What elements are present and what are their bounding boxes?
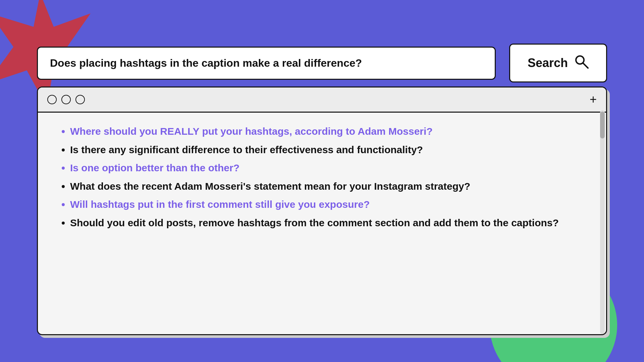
browser-scrollbar-thumb[interactable]: [600, 112, 605, 138]
list-item: Is one option better than the other?: [70, 161, 587, 175]
browser-new-tab-button[interactable]: +: [590, 94, 597, 106]
list-item: Is there any significant difference to t…: [70, 143, 587, 157]
search-input[interactable]: Does placing hashtags in the caption mak…: [37, 47, 496, 80]
search-icon: [574, 54, 589, 72]
list-item: Will hashtags put in the first comment s…: [70, 198, 587, 212]
result-list: Where should you REALLY put your hashtag…: [57, 125, 587, 230]
browser-titlebar: +: [38, 87, 606, 113]
browser-window: + Where should you REALLY put your hasht…: [37, 86, 607, 335]
browser-dot-3: [75, 95, 85, 104]
search-button-label: Search: [528, 56, 568, 70]
browser-scrollbar[interactable]: [600, 110, 605, 334]
browser-dot-1: [47, 95, 57, 104]
browser-dots: [47, 95, 85, 104]
search-button[interactable]: Search: [509, 44, 607, 82]
list-item: Where should you REALLY put your hashtag…: [70, 125, 587, 138]
top-bar: Does placing hashtags in the caption mak…: [37, 44, 607, 82]
svg-line-2: [583, 63, 588, 68]
list-item: What does the recent Adam Mosseri's stat…: [70, 180, 587, 193]
browser-dot-2: [61, 95, 71, 104]
list-item: Should you edit old posts, remove hashta…: [70, 216, 587, 230]
browser-content: Where should you REALLY put your hashtag…: [38, 113, 606, 246]
